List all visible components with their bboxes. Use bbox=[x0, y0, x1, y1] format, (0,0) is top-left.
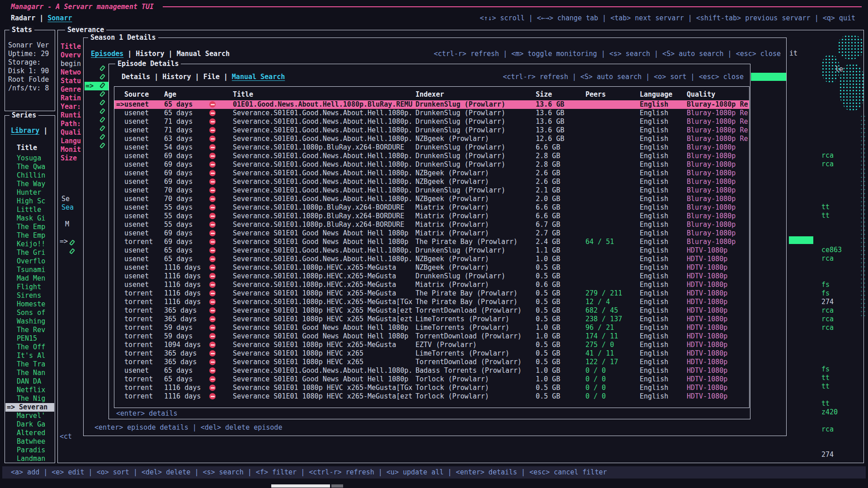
release-row[interactable]: =>usenet65 days01E01.Good.News.About.Hel… bbox=[114, 100, 749, 109]
series-list-item[interactable]: Washing bbox=[17, 317, 54, 326]
release-row[interactable]: usenet69 daysSeverance.S01E01.Good.News.… bbox=[114, 152, 749, 160]
release-row[interactable]: usenet69 daysSeverance.S01E01.Good.News.… bbox=[114, 178, 749, 186]
series-list-item[interactable]: The Nig bbox=[17, 394, 54, 403]
tab-file[interactable]: File bbox=[203, 73, 220, 81]
tab-sonarr[interactable]: Sonarr bbox=[47, 14, 72, 22]
column-header-language[interactable]: Language bbox=[640, 90, 684, 99]
paw-art-icon bbox=[821, 55, 840, 83]
series-list-item[interactable]: Hunter bbox=[17, 188, 54, 197]
release-row[interactable]: usenet63 daysSeverance.S01E01.Good.News.… bbox=[114, 135, 749, 143]
tab-episodes[interactable]: Episodes bbox=[91, 50, 123, 58]
release-row[interactable]: usenet70 daysSeverance.S01E01.Good.News.… bbox=[114, 186, 749, 195]
series-list-item[interactable]: Altered bbox=[17, 429, 54, 437]
series-list-item[interactable]: => Severan bbox=[5, 403, 54, 412]
release-row[interactable]: torrent365 daysSeverance S01E01 1080p HE… bbox=[114, 358, 749, 366]
column-header-indexer[interactable]: Indexer bbox=[415, 90, 534, 99]
series-list-item[interactable]: The Emp bbox=[17, 223, 54, 231]
series-list-item[interactable]: PEN15 bbox=[17, 334, 54, 343]
release-row[interactable]: torrent65 daysSeverance S01E01 Good News… bbox=[114, 375, 749, 384]
release-row[interactable]: usenet1116 daysSeverance.S01E01.1080p.HE… bbox=[114, 281, 749, 289]
column-header-source[interactable]: Source bbox=[124, 90, 162, 99]
release-row[interactable]: usenet65 daysSeverance.S01E01.Good.News.… bbox=[114, 255, 749, 263]
series-list-item[interactable]: Paradis bbox=[17, 446, 54, 455]
release-row[interactable]: usenet65 daysSeverance.S01E01.Good.News.… bbox=[114, 246, 749, 255]
series-list-item[interactable]: Tsunami bbox=[17, 266, 54, 274]
release-row[interactable]: usenet54 daysSeverance.S01E01.1080p.BluR… bbox=[114, 143, 749, 152]
release-row[interactable]: torrent1094 daysSeverance S01E01 1080p H… bbox=[114, 341, 749, 349]
release-row[interactable]: usenet70 daysSeverance.S01E01.Good.News.… bbox=[114, 195, 749, 203]
series-list-item[interactable]: Keijo!! bbox=[17, 240, 54, 249]
release-row[interactable]: torrent365 daysSeverance S01E01 1080p HE… bbox=[114, 349, 749, 358]
release-row[interactable]: usenet1116 daysSeverance.S01E01.1080p.HE… bbox=[114, 263, 749, 272]
release-row[interactable]: torrent365 daysSeverance S01E01 1080p HE… bbox=[114, 306, 749, 315]
cell-peers bbox=[585, 169, 638, 178]
series-list-item[interactable]: The Way bbox=[17, 180, 54, 188]
series-list-item[interactable]: The Emp bbox=[17, 231, 54, 240]
series-list-item[interactable]: Dark Ga bbox=[17, 420, 54, 429]
tab-history[interactable]: History bbox=[162, 73, 191, 81]
release-row[interactable]: usenet65 daysSeverance.S01E01.Good.News.… bbox=[114, 366, 749, 375]
series-list-item[interactable]: The Tra bbox=[17, 360, 54, 369]
release-row[interactable]: usenet69 daysSeverance.S01E01.Good.News.… bbox=[114, 169, 749, 178]
series-list-item[interactable]: Batwhee bbox=[17, 437, 54, 446]
occluded-text-fragment: rca bbox=[821, 254, 834, 263]
cell-peers bbox=[585, 117, 638, 126]
series-list-item[interactable]: Netflix bbox=[17, 386, 54, 394]
column-header-age[interactable]: Age bbox=[164, 90, 208, 99]
tab-manual-search[interactable]: Manual Search bbox=[232, 73, 285, 81]
series-list-item[interactable]: The Rev bbox=[17, 326, 54, 334]
tab-manual-search[interactable]: Manual Search bbox=[177, 50, 230, 58]
cell-size: 1.0 GB bbox=[536, 332, 583, 341]
series-list-item[interactable]: Sirens bbox=[17, 291, 54, 300]
column-header-peers[interactable]: Peers bbox=[585, 90, 638, 99]
series-list-item[interactable]: Chillin bbox=[17, 171, 54, 180]
release-row[interactable]: usenet55 daysSeverance.S01E01.1080p.BluR… bbox=[114, 221, 749, 229]
release-row[interactable]: torrent1116 daysSeverance S01E01 1080p H… bbox=[114, 289, 749, 298]
column-header-title[interactable]: Title bbox=[233, 90, 414, 99]
column-header-size[interactable]: Size bbox=[536, 90, 583, 99]
tab-details[interactable]: Details bbox=[122, 73, 150, 81]
series-list-item[interactable]: Homeste bbox=[17, 300, 54, 309]
release-row[interactable]: usenet69 daysSeverance.S01E01.Good.News.… bbox=[114, 160, 749, 169]
series-list-item[interactable]: The Nan bbox=[17, 369, 54, 377]
release-row[interactable]: torrent1116 daysSeverance S01E01 1080p H… bbox=[114, 384, 749, 392]
release-row[interactable]: torrent59 daysSeverance S01E01 Good News… bbox=[114, 332, 749, 341]
tab-history[interactable]: History bbox=[136, 50, 164, 58]
release-row[interactable]: torrent69 daysSeverance S01E01 Good News… bbox=[114, 238, 749, 246]
release-row[interactable]: usenet71 daysSeverance.S01E01.Good.News.… bbox=[114, 117, 749, 126]
release-row[interactable]: usenet71 daysSeverance.S01E01.Good.News.… bbox=[114, 126, 749, 135]
cell-title: Severance.S01E01.1080p.HEVC.x265-MeGusta bbox=[233, 272, 414, 281]
release-row[interactable]: usenet69 daysSeverance S01E01 Good News … bbox=[114, 229, 749, 238]
tab-library[interactable]: Library bbox=[11, 127, 39, 135]
series-list-item[interactable]: The Off bbox=[17, 343, 54, 352]
release-row[interactable]: torrent1116 daysSeverance.S01E01.1080p.H… bbox=[114, 298, 749, 306]
series-list-item[interactable]: The Gri bbox=[17, 249, 54, 257]
release-row[interactable]: usenet1116 daysSeverance.S01E01.1080p.HE… bbox=[114, 272, 749, 281]
column-header-quality[interactable]: Quality bbox=[687, 90, 750, 99]
release-row[interactable]: usenet55 daysSeverance.S01E01.1080p.BluR… bbox=[114, 212, 749, 221]
monitored-icon bbox=[99, 65, 105, 71]
release-row[interactable]: usenet65 daysSeverance.S01E01.Good.News.… bbox=[114, 109, 749, 117]
series-list-item[interactable]: Yosuga bbox=[17, 154, 54, 163]
release-row[interactable]: torrent1116 daysSeverance S01E01 1080p H… bbox=[114, 392, 749, 401]
series-list-item[interactable]: Mad Men bbox=[17, 274, 54, 283]
release-row[interactable]: torrent365 daysSeverance S01E01 1080p HE… bbox=[114, 315, 749, 324]
series-list-item[interactable]: Overflo bbox=[17, 257, 54, 266]
series-list-item[interactable]: High Sc bbox=[17, 197, 54, 206]
series-list-item[interactable]: The Qwa bbox=[17, 163, 54, 171]
release-row[interactable]: torrent59 daysSeverance S01E01 Good News… bbox=[114, 324, 749, 332]
cell-size: 0.5 GB bbox=[536, 358, 583, 366]
series-list-item[interactable]: Marvel' bbox=[17, 412, 54, 420]
tab-radarr[interactable]: Radarr bbox=[11, 14, 35, 22]
release-row[interactable]: usenet55 daysSeverance.S01E01.1080p.BluR… bbox=[114, 203, 749, 212]
series-list-item[interactable]: Little bbox=[17, 206, 54, 214]
series-list-item[interactable]: Flight bbox=[17, 283, 54, 291]
series-list-item[interactable]: Sons of bbox=[17, 309, 54, 317]
series-list-item[interactable]: DAN DA bbox=[17, 377, 54, 386]
scrollbar-dots[interactable] bbox=[860, 114, 865, 318]
season-modal-title: Season 1 Details bbox=[88, 33, 158, 42]
series-list-item[interactable]: Mask Gi bbox=[17, 214, 54, 223]
series-list-item[interactable]: It's Al bbox=[17, 352, 54, 360]
series-list-item[interactable]: Landman bbox=[17, 455, 54, 463]
no-entry-icon bbox=[209, 342, 216, 348]
